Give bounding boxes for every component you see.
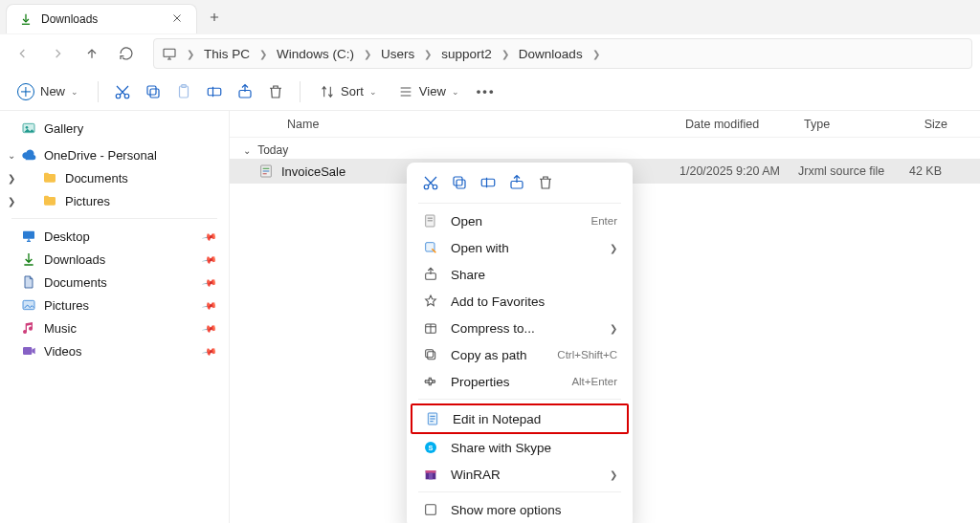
ctx-edit-notepad[interactable]: Edit in Notepad (411, 403, 629, 434)
breadcrumb[interactable]: Users (377, 45, 418, 63)
svg-rect-38 (429, 473, 433, 480)
chevron-right-icon: ❯ (185, 49, 196, 59)
svg-rect-21 (454, 177, 462, 185)
pin-icon: 📌 (202, 251, 217, 267)
ctx-share[interactable]: Share (411, 261, 629, 288)
open-icon (422, 213, 439, 229)
chevron-right-icon: ❯ (610, 243, 617, 253)
breadcrumb[interactable]: Downloads (515, 45, 587, 63)
pin-icon: 📌 (202, 343, 217, 359)
sidebar-item-downloads[interactable]: Downloads 📌 (4, 248, 225, 271)
column-date[interactable]: Date modified (685, 118, 804, 131)
column-size[interactable]: Size (900, 118, 957, 131)
rename-button[interactable] (202, 79, 227, 104)
column-type[interactable]: Type (804, 118, 900, 131)
address-bar[interactable]: ❯ This PC ❯ Windows (C:) ❯ Users ❯ suppo… (153, 38, 972, 69)
desktop-icon (21, 229, 36, 244)
ctx-add-favorites[interactable]: Add to Favorites (411, 288, 629, 315)
view-button[interactable]: View ⌄ (390, 80, 467, 103)
chevron-right-icon[interactable]: ❯ (6, 173, 17, 184)
ctx-open-with[interactable]: Open with ❯ (411, 234, 629, 261)
ctx-compress[interactable]: Compress to... ❯ (411, 315, 629, 341)
file-date: 1/20/2025 9:20 AM (679, 164, 798, 178)
ctx-label: Show more options (451, 503, 562, 517)
sidebar-item-label: Documents (44, 275, 107, 290)
context-quick-actions (411, 168, 629, 199)
forward-button[interactable] (42, 38, 73, 69)
sidebar-item-videos[interactable]: Videos 📌 (4, 339, 225, 362)
divider (300, 81, 301, 102)
copy-button[interactable] (141, 79, 166, 104)
share-icon[interactable] (508, 174, 525, 191)
ctx-winrar[interactable]: WinRAR ❯ (411, 461, 629, 488)
sidebar-item-gallery[interactable]: Gallery (4, 117, 225, 140)
sidebar-item-desktop[interactable]: Desktop 📌 (4, 225, 225, 248)
rename-icon[interactable] (479, 174, 497, 191)
ctx-label: Share (451, 268, 485, 282)
videos-icon (21, 343, 36, 359)
chevron-down-icon[interactable]: ⌄ (6, 150, 17, 161)
sort-button[interactable]: Sort ⌄ (312, 80, 385, 103)
share-button[interactable] (233, 79, 257, 104)
column-name[interactable]: Name (258, 118, 685, 131)
sidebar-item-onedrive[interactable]: ⌄ OneDrive - Personal (4, 143, 225, 166)
sidebar-item-pictures-quick[interactable]: Pictures 📌 (4, 294, 225, 316)
back-button[interactable] (8, 38, 38, 69)
delete-button[interactable] (263, 79, 288, 104)
notepad-icon (424, 411, 441, 426)
chevron-down-icon: ⌄ (369, 87, 377, 97)
sort-label: Sort (341, 84, 364, 98)
close-tab-icon[interactable] (171, 12, 185, 26)
sidebar-item-label: Documents (65, 171, 128, 185)
sidebar-item-documents[interactable]: ❯ Documents (4, 166, 225, 189)
shortcut: Alt+Enter (571, 376, 617, 387)
chevron-down-icon: ⌄ (243, 145, 251, 156)
chevron-right-icon: ❯ (362, 49, 373, 59)
svg-rect-25 (428, 218, 433, 219)
sidebar-item-label: Pictures (44, 298, 89, 313)
chevron-right-icon[interactable]: ❯ (6, 196, 17, 207)
new-tab-button[interactable] (197, 0, 232, 33)
refresh-button[interactable] (111, 38, 142, 69)
breadcrumb[interactable]: support2 (437, 45, 496, 63)
downloads-icon (18, 11, 33, 27)
breadcrumb[interactable]: Windows (C:) (273, 45, 358, 63)
svg-rect-0 (164, 49, 175, 56)
copy-path-icon (422, 347, 439, 362)
ctx-label: Compress to... (451, 321, 535, 336)
open-with-icon (422, 240, 439, 255)
more-button[interactable]: ••• (473, 80, 500, 102)
up-button[interactable] (77, 38, 107, 69)
cut-icon[interactable] (422, 174, 439, 191)
group-header-today[interactable]: ⌄ Today (230, 138, 980, 159)
ctx-show-more[interactable]: Show more options (411, 496, 629, 523)
pin-icon: 📌 (202, 274, 217, 290)
svg-point-18 (424, 185, 429, 189)
svg-rect-3 (150, 89, 159, 98)
paste-button[interactable] (171, 79, 196, 104)
pin-icon: 📌 (202, 229, 217, 244)
sidebar-item-pictures[interactable]: ❯ Pictures (4, 189, 225, 212)
ctx-label: Add to Favorites (451, 294, 545, 309)
chevron-right-icon: ❯ (257, 49, 269, 59)
window-tab[interactable]: Downloads (6, 4, 197, 33)
sidebar-item-music[interactable]: Music 📌 (4, 316, 225, 339)
ctx-properties[interactable]: Properties Alt+Enter (411, 368, 629, 395)
command-bar: New ⌄ Sort ⌄ View ⌄ ••• (0, 73, 980, 111)
properties-icon (422, 374, 439, 389)
ctx-open[interactable]: Open Enter (411, 207, 629, 234)
pin-icon: 📌 (202, 320, 217, 336)
cut-button[interactable] (110, 79, 135, 104)
ctx-copy-path[interactable]: Copy as path Ctrl+Shift+C (411, 341, 629, 368)
breadcrumb[interactable]: This PC (200, 45, 254, 63)
chevron-down-icon: ⌄ (452, 87, 459, 97)
share-icon (422, 267, 439, 282)
new-button[interactable]: New ⌄ (10, 79, 86, 104)
svg-rect-26 (428, 220, 433, 221)
ctx-share-skype[interactable]: S Share with Skype (411, 434, 629, 461)
svg-point-2 (124, 94, 129, 98)
copy-icon[interactable] (451, 174, 468, 191)
sidebar-item-documents-quick[interactable]: Documents 📌 (4, 271, 225, 294)
column-headers[interactable]: Name Date modified Type Size (230, 111, 980, 138)
delete-icon[interactable] (537, 174, 554, 191)
